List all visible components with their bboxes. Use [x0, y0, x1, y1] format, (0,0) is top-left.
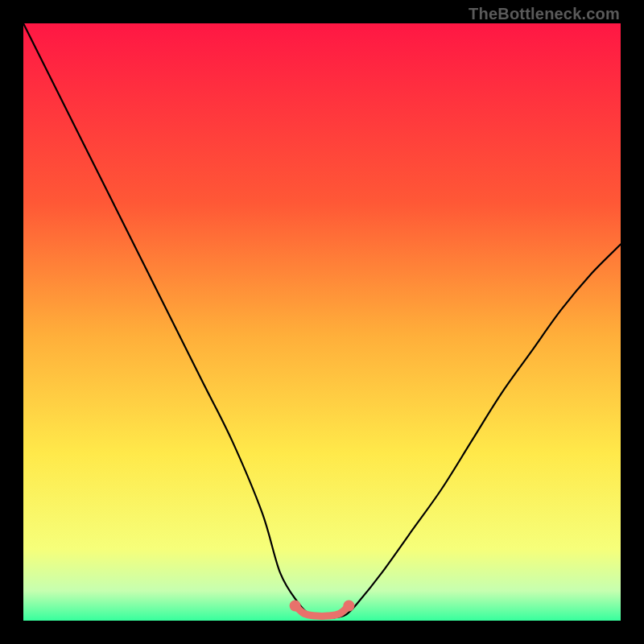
valley-marker-dot — [343, 600, 354, 611]
chart-frame: TheBottleneck.com — [0, 0, 644, 644]
bottleneck-curve — [23, 23, 621, 618]
valley-marker-line — [295, 605, 349, 616]
plot-area — [23, 23, 621, 621]
valley-marker-group — [290, 600, 355, 616]
watermark-text: TheBottleneck.com — [469, 5, 620, 23]
curve-layer — [23, 23, 621, 621]
valley-marker-dot — [290, 600, 301, 611]
